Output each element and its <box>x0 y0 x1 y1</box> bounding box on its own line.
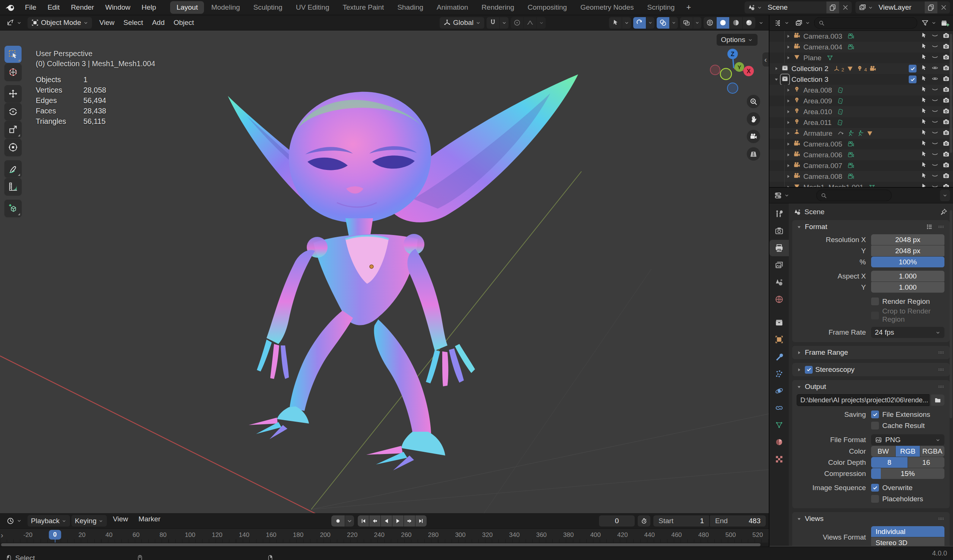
viewport-menu-object[interactable]: Object <box>169 19 199 27</box>
outliner-row[interactable]: Collection 224 <box>770 63 953 74</box>
menu-window[interactable]: Window <box>100 3 136 11</box>
add-workspace-button[interactable]: + <box>681 1 695 14</box>
hide-render-toggle[interactable] <box>942 96 950 106</box>
hide-viewport-toggle[interactable] <box>931 107 939 117</box>
workspace-tab-geometry-nodes[interactable]: Geometry Nodes <box>574 1 640 14</box>
visibility-dropdown[interactable] <box>609 17 631 29</box>
selectable-toggle[interactable] <box>920 150 928 160</box>
number-field[interactable]: 2048 px <box>871 245 944 256</box>
selectable-toggle[interactable] <box>920 42 928 52</box>
shade-solid-button[interactable] <box>717 17 729 29</box>
jump-start-button[interactable] <box>358 515 369 526</box>
hide-render-toggle[interactable] <box>942 107 950 117</box>
hide-render-toggle[interactable] <box>942 64 950 74</box>
tab-collection[interactable] <box>770 314 789 331</box>
menu-render[interactable]: Render <box>65 3 99 11</box>
tab-particles[interactable] <box>770 365 789 382</box>
menu-edit[interactable]: Edit <box>42 3 65 11</box>
outliner-row[interactable]: Camera.007 <box>770 160 953 171</box>
selectable-toggle[interactable] <box>920 128 928 138</box>
overlays-toggle[interactable] <box>657 17 669 29</box>
timeline-menu-marker[interactable]: Marker <box>134 515 165 526</box>
shade-wire-button[interactable] <box>703 17 716 29</box>
tab-world[interactable] <box>770 291 789 308</box>
timeline-playback-dropdown[interactable]: Playback <box>28 515 70 526</box>
tab-material[interactable] <box>770 434 789 450</box>
navigation-gizmo[interactable]: Z Y X <box>706 45 762 103</box>
gizmo-dropdown[interactable] <box>646 17 655 29</box>
workspace-tab-layout[interactable]: Layout <box>170 1 204 14</box>
use-preview-range-button[interactable] <box>638 515 650 526</box>
outliner-row[interactable]: Mesh1_Mesh1.001 <box>770 182 953 188</box>
selectable-toggle[interactable] <box>920 172 928 181</box>
play-button[interactable] <box>393 515 404 526</box>
panel-header[interactable]: Frame Range <box>792 346 950 359</box>
caret-right-icon[interactable] <box>785 141 792 147</box>
caret-down-icon[interactable] <box>773 76 779 82</box>
gizmo-minus-y[interactable] <box>720 68 731 80</box>
hide-render-toggle[interactable] <box>942 161 950 171</box>
number-field[interactable]: 1.000 <box>871 271 944 282</box>
outliner-row[interactable]: Area.011 <box>770 117 953 128</box>
hide-viewport-toggle[interactable] <box>931 118 939 128</box>
transform-orientation[interactable]: Global <box>440 17 484 29</box>
workspace-tab-animation[interactable]: Animation <box>430 1 475 14</box>
caret-right-icon[interactable] <box>785 44 792 50</box>
outliner-row[interactable]: Armature <box>770 128 953 139</box>
selectable-toggle[interactable] <box>920 85 928 95</box>
viewport-menu-add[interactable]: Add <box>147 19 169 27</box>
hide-render-toggle[interactable] <box>942 32 950 41</box>
timeline-ruler[interactable]: -200204060801001201401601802002202402602… <box>0 529 769 543</box>
caret-right-icon[interactable] <box>785 162 792 169</box>
workspace-tab-uv-editing[interactable]: UV Editing <box>290 1 336 14</box>
current-frame-field[interactable]: 0 <box>599 515 635 526</box>
tab-scene[interactable] <box>770 274 789 291</box>
editor-type-button[interactable] <box>3 17 25 29</box>
unlink-scene-button[interactable] <box>839 2 852 13</box>
workspace-tab-scripting[interactable]: Scripting <box>641 1 681 14</box>
checkbox-render-region[interactable] <box>871 297 879 305</box>
shade-rendered-button[interactable] <box>743 17 755 29</box>
selectable-toggle[interactable] <box>920 32 928 41</box>
hide-viewport-toggle[interactable] <box>931 96 939 106</box>
panel-header[interactable]: Format <box>792 220 950 234</box>
tool-move-button[interactable] <box>5 85 22 102</box>
option-16[interactable]: 16 <box>908 457 944 468</box>
caret-right-icon[interactable] <box>785 119 792 126</box>
end-frame-field[interactable]: End 483 <box>710 515 766 526</box>
blender-logo-icon[interactable] <box>5 2 16 13</box>
display-mode-dropdown[interactable] <box>793 17 812 29</box>
workspace-tab-modeling[interactable]: Modeling <box>205 1 246 14</box>
tab-physics[interactable] <box>770 383 789 399</box>
caret-right-icon[interactable] <box>785 98 792 104</box>
panel-header[interactable]: Views <box>792 512 950 525</box>
tool-scale-button[interactable] <box>5 121 22 138</box>
options-button[interactable]: Options <box>717 34 757 46</box>
collection-checkbox[interactable] <box>909 65 917 73</box>
caret-right-icon[interactable] <box>785 33 792 39</box>
slider-field[interactable]: 15% <box>871 468 944 479</box>
checkbox-cache-result[interactable] <box>871 422 879 430</box>
workspace-tab-sculpting[interactable]: Sculpting <box>247 1 289 14</box>
tab-output[interactable] <box>770 240 789 256</box>
hide-viewport-toggle[interactable] <box>931 42 939 52</box>
dropdown-file-format[interactable]: PNG <box>871 434 944 446</box>
panel-header[interactable]: Stereoscopy <box>792 363 950 376</box>
option-bw[interactable]: BW <box>871 446 895 456</box>
tab-texture[interactable] <box>770 451 789 467</box>
dropdown-frame-rate[interactable]: 24 fps <box>871 327 944 338</box>
option-stereo-3d[interactable]: Stereo 3D <box>871 537 944 546</box>
timeline-menu-view[interactable]: View <box>108 515 132 526</box>
number-field[interactable]: 1.000 <box>871 282 944 292</box>
tab-tool[interactable] <box>770 206 789 222</box>
gizmo-x-label[interactable]: X <box>747 68 751 74</box>
hide-viewport-toggle[interactable] <box>931 85 939 95</box>
option-rgba[interactable]: RGBA <box>920 446 944 456</box>
hide-render-toggle[interactable] <box>942 172 950 181</box>
caret-right-icon[interactable] <box>785 55 792 61</box>
new-scene-button[interactable] <box>826 2 839 13</box>
outliner-row[interactable]: Camera.006 <box>770 150 953 160</box>
outliner-editor-type-button[interactable] <box>773 17 791 29</box>
hide-render-toggle[interactable] <box>942 150 950 160</box>
gizmo-minus-x[interactable] <box>710 65 720 75</box>
